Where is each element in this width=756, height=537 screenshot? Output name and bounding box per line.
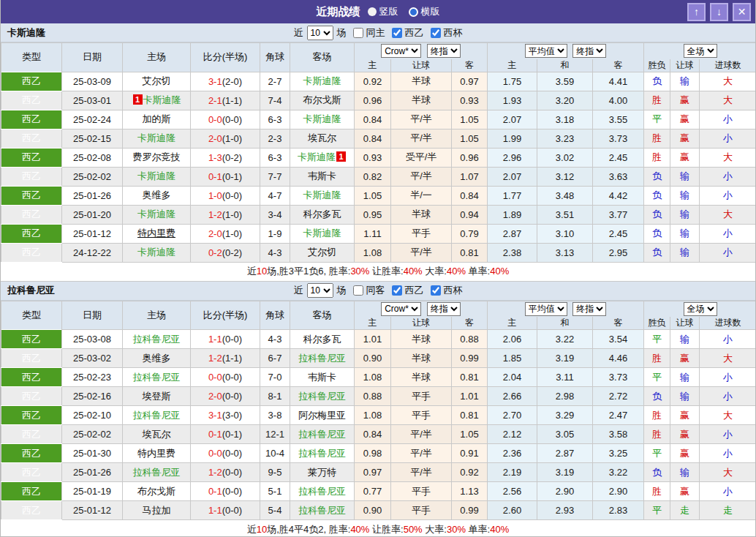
result-cell: 负 bbox=[644, 167, 670, 186]
team-link[interactable]: 拉科鲁尼亚 bbox=[298, 429, 346, 440]
away-team-cell: 卡斯迪隆 bbox=[290, 72, 355, 91]
team-link[interactable]: 莱万特 bbox=[308, 467, 336, 478]
team-link[interactable]: 卡斯迪隆 bbox=[137, 132, 175, 143]
cup-label[interactable]: 西杯 bbox=[444, 26, 463, 40]
avg-odds-cell: 2.66 bbox=[488, 387, 537, 406]
team-link[interactable]: 加的斯 bbox=[143, 113, 171, 124]
scroll-up-button[interactable]: ↑ bbox=[687, 3, 706, 21]
team-link[interactable]: 阿尔梅里亚 bbox=[298, 410, 346, 421]
avg-odds-cell: 2.72 bbox=[593, 387, 644, 406]
team-link[interactable]: 拉科鲁尼亚 bbox=[298, 486, 346, 497]
match-row: 西乙25-01-26拉科鲁尼亚1-2(0-0)9-5莱万特0.97平/半0.92… bbox=[1, 463, 756, 482]
home-team-cell: 埃登斯 bbox=[123, 387, 191, 406]
avg-select[interactable]: 平均值 bbox=[525, 302, 567, 316]
team-link[interactable]: 奥维多 bbox=[143, 353, 171, 364]
avg-odds-cell: 3.29 bbox=[537, 406, 593, 425]
team-link[interactable]: 卡斯迪隆 bbox=[303, 228, 341, 239]
team-link[interactable]: 韦斯卡 bbox=[308, 372, 336, 383]
fulltime-select[interactable]: 全场 bbox=[684, 302, 717, 316]
same-venue-label[interactable]: 同主 bbox=[366, 26, 385, 40]
team-link[interactable]: 艾尔切 bbox=[308, 247, 336, 258]
odds-cell: 1.05 bbox=[452, 110, 488, 129]
league-checkbox[interactable] bbox=[392, 28, 402, 38]
odds-cell: 1.05 bbox=[355, 186, 391, 205]
team-link[interactable]: 卡斯迪隆 bbox=[137, 247, 175, 258]
match-row: 西乙25-03-08拉科鲁尼亚1-1(0-0)4-3科尔多瓦1.01半球0.88… bbox=[1, 330, 756, 349]
team-link[interactable]: 拉科鲁尼亚 bbox=[133, 372, 181, 383]
match-row: 西乙25-01-12特内里费2-0(1-0)1-9卡斯迪隆1.11平手0.792… bbox=[1, 224, 756, 243]
result-cell: 走 bbox=[700, 501, 756, 520]
odds-source-select[interactable]: Crow* bbox=[381, 302, 421, 316]
away-team-cell: 拉科鲁尼亚 bbox=[290, 387, 355, 406]
avg-odds-cell: 2.07 bbox=[488, 110, 537, 129]
result-cell: 赢 bbox=[670, 129, 700, 148]
team-link[interactable]: 埃登斯 bbox=[143, 391, 171, 402]
score-cell: 1-1(0-0) bbox=[191, 330, 260, 349]
team-link[interactable]: 卡斯迪隆 bbox=[303, 189, 341, 200]
away-team-cell: 卡斯迪隆 bbox=[290, 224, 355, 243]
home-team-cell: 加的斯 bbox=[123, 110, 191, 129]
same-venue-checkbox[interactable] bbox=[353, 28, 363, 38]
radio-vertical[interactable]: 竖版 bbox=[368, 5, 398, 18]
league-label[interactable]: 西乙 bbox=[405, 284, 424, 297]
cup-label[interactable]: 西杯 bbox=[444, 284, 463, 297]
team-link[interactable]: 科尔多瓦 bbox=[303, 334, 341, 345]
cup-checkbox[interactable] bbox=[431, 285, 441, 296]
team-link[interactable]: 布尔戈斯 bbox=[137, 486, 175, 497]
team-link[interactable]: 拉科鲁尼亚 bbox=[298, 353, 346, 364]
team-link[interactable]: 马拉加 bbox=[143, 505, 171, 516]
result-cell: 大 bbox=[700, 406, 756, 425]
result-cell: 小 bbox=[700, 330, 756, 349]
home-team-cell: 奥维多 bbox=[123, 186, 191, 205]
team-link[interactable]: 埃瓦尔 bbox=[143, 429, 171, 440]
close-button[interactable]: ✕ bbox=[733, 3, 751, 21]
odds-cell: 半球 bbox=[391, 91, 452, 110]
league-checkbox[interactable] bbox=[392, 285, 402, 296]
team-link[interactable]: 拉科鲁尼亚 bbox=[133, 410, 181, 421]
team-link[interactable]: 特内里费 bbox=[137, 228, 175, 239]
team-link[interactable]: 埃瓦尔 bbox=[308, 132, 336, 143]
team-link[interactable]: 费罗尔竞技 bbox=[133, 151, 181, 162]
result-cell: 小 bbox=[700, 387, 756, 406]
fulltime-select[interactable]: 全场 bbox=[684, 44, 717, 58]
team-link[interactable]: 卡斯迪隆 bbox=[137, 209, 175, 219]
scroll-down-button[interactable]: ↓ bbox=[710, 3, 728, 21]
avg-time-select[interactable]: 终指 bbox=[572, 44, 606, 58]
league-label[interactable]: 西乙 bbox=[405, 26, 424, 40]
team-link[interactable]: 卡斯迪隆 bbox=[143, 94, 181, 105]
recent-count-select[interactable]: 10 bbox=[307, 26, 333, 40]
league-cell: 西乙 bbox=[1, 330, 62, 349]
result-cell: 小 bbox=[700, 186, 756, 205]
avg-select[interactable]: 平均值 bbox=[525, 44, 567, 58]
team-link[interactable]: 拉科鲁尼亚 bbox=[298, 448, 346, 459]
team-link[interactable]: 拉科鲁尼亚 bbox=[298, 391, 346, 402]
score-cell: 0-2(0-2) bbox=[191, 243, 260, 262]
odds-source-select[interactable]: Crow* bbox=[381, 44, 421, 58]
cup-checkbox[interactable] bbox=[431, 28, 441, 38]
avg-odds-cell: 2.96 bbox=[488, 148, 537, 167]
match-row: 西乙25-02-15卡斯迪隆2-0(1-0)2-3埃瓦尔0.84平/半1.051… bbox=[1, 129, 756, 148]
team-link[interactable]: 奥维多 bbox=[143, 189, 171, 200]
odds-time-select[interactable]: 终指 bbox=[427, 302, 461, 316]
team-link[interactable]: 卡斯迪隆 bbox=[303, 75, 341, 86]
same-venue-checkbox[interactable] bbox=[353, 285, 363, 296]
team-link[interactable]: 拉科鲁尼亚 bbox=[133, 334, 181, 345]
team-link[interactable]: 韦斯卡 bbox=[308, 170, 336, 181]
avg-time-select[interactable]: 终指 bbox=[572, 302, 606, 316]
team-link[interactable]: 卡斯迪隆 bbox=[298, 151, 336, 162]
team-link[interactable]: 艾尔切 bbox=[143, 75, 171, 86]
team-link[interactable]: 布尔戈斯 bbox=[303, 94, 341, 105]
team-link[interactable]: 科尔多瓦 bbox=[303, 209, 341, 219]
team-link[interactable]: 拉科鲁尼亚 bbox=[298, 505, 346, 516]
recent-count-select[interactable]: 10 bbox=[307, 283, 333, 298]
team-link[interactable]: 卡斯迪隆 bbox=[303, 113, 341, 124]
team-link[interactable]: 卡斯迪隆 bbox=[137, 170, 175, 181]
sub-header: 让球 bbox=[670, 317, 700, 330]
odds-time-select[interactable]: 终指 bbox=[427, 44, 461, 58]
team-link[interactable]: 特内里费 bbox=[137, 448, 175, 459]
radio-horizontal[interactable]: 横版 bbox=[409, 5, 440, 18]
same-venue-label[interactable]: 同客 bbox=[366, 284, 385, 297]
odds-cell: 1.08 bbox=[355, 368, 391, 387]
team-link[interactable]: 拉科鲁尼亚 bbox=[133, 467, 181, 478]
result-cell: 胜 bbox=[644, 129, 670, 148]
